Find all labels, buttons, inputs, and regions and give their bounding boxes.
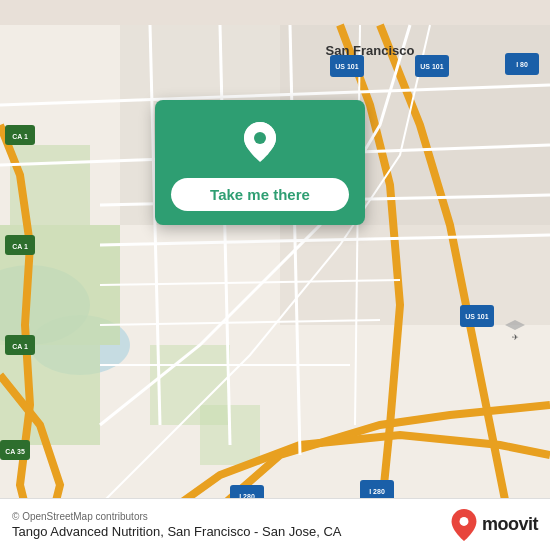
osm-attribution: © OpenStreetMap contributors — [12, 511, 342, 522]
svg-text:US 101: US 101 — [420, 63, 443, 70]
svg-text:CA 35: CA 35 — [5, 448, 25, 455]
svg-text:CA 1: CA 1 — [12, 343, 28, 350]
svg-text:I 80: I 80 — [516, 61, 528, 68]
moovit-brand-label: moovit — [482, 514, 538, 535]
svg-text:US 101: US 101 — [335, 63, 358, 70]
navigation-card: Take me there — [155, 100, 365, 225]
moovit-pin-icon — [450, 509, 478, 541]
svg-point-44 — [254, 132, 266, 144]
map-svg: US 101 US 101 US 101 I 280 I 280 CA 1 CA… — [0, 0, 550, 550]
svg-text:I 280: I 280 — [369, 488, 385, 495]
bottom-bar: © OpenStreetMap contributors Tango Advan… — [0, 498, 550, 550]
svg-point-45 — [460, 517, 469, 526]
map-container: US 101 US 101 US 101 I 280 I 280 CA 1 CA… — [0, 0, 550, 550]
svg-text:US 101: US 101 — [465, 313, 488, 320]
svg-text:San Francisco: San Francisco — [326, 43, 415, 58]
moovit-logo: moovit — [450, 509, 538, 541]
svg-text:✈: ✈ — [512, 333, 519, 342]
bottom-left-info: © OpenStreetMap contributors Tango Advan… — [12, 511, 342, 539]
location-name: Tango Advanced Nutrition, San Francisco … — [12, 524, 342, 539]
svg-text:CA 1: CA 1 — [12, 133, 28, 140]
svg-text:CA 1: CA 1 — [12, 243, 28, 250]
take-me-there-button[interactable]: Take me there — [171, 178, 349, 211]
location-pin-icon — [236, 118, 284, 166]
